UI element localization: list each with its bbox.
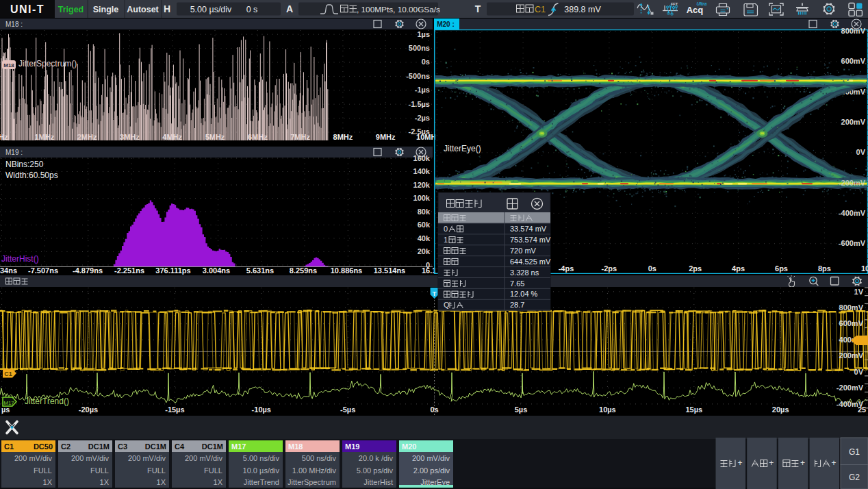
svg-text:15µs: 15µs <box>685 405 702 414</box>
svg-text:0 s: 0 s <box>246 5 258 14</box>
svg-text:800mV: 800mV <box>841 27 866 35</box>
svg-text:JitterHist(): JitterHist() <box>1 254 39 264</box>
svg-text:1X: 1X <box>214 478 223 486</box>
svg-text:13.514ns: 13.514ns <box>374 266 405 275</box>
svg-text:1V: 1V <box>854 288 864 296</box>
svg-text:JitterTrend: JitterTrend <box>244 478 279 486</box>
svg-text:JitterSpectrum(): JitterSpectrum() <box>18 59 77 68</box>
svg-text:DC50: DC50 <box>34 442 53 451</box>
svg-text:-15µs: -15µs <box>165 405 184 414</box>
svg-text:T: T <box>433 290 437 297</box>
svg-text:20.0 k /div: 20.0 k /div <box>359 454 394 462</box>
svg-text:376.111ps: 376.111ps <box>155 266 190 275</box>
svg-text:M20: M20 <box>402 442 416 451</box>
svg-text:-200mV: -200mV <box>839 179 866 187</box>
svg-text:FULL: FULL <box>90 466 109 475</box>
svg-text:M20 :: M20 : <box>437 21 455 28</box>
svg-text:10ps: 10ps <box>861 264 868 273</box>
svg-text:200 mV/div: 200 mV/div <box>71 454 110 462</box>
svg-text:100k: 100k <box>413 194 431 202</box>
svg-text:3.004ns: 3.004ns <box>203 266 230 275</box>
svg-text:0V: 0V <box>856 148 866 156</box>
svg-text:µs: µs <box>1 405 10 414</box>
svg-text:0s: 0s <box>430 405 438 414</box>
svg-text:0s: 0s <box>648 264 656 273</box>
svg-text:M18: M18 <box>3 62 14 68</box>
svg-text:C4: C4 <box>175 442 185 451</box>
svg-text:Acq: Acq <box>687 5 704 15</box>
svg-text:-10µs: -10µs <box>252 405 271 414</box>
svg-text:28.7: 28.7 <box>510 301 524 309</box>
svg-text:7.65: 7.65 <box>510 279 524 288</box>
svg-text:-4ps: -4ps <box>559 264 574 273</box>
svg-text:5.00 ns/div: 5.00 ns/div <box>243 454 280 462</box>
svg-text:FULL: FULL <box>34 466 52 475</box>
svg-text:NBins:250: NBins:250 <box>5 160 44 169</box>
svg-text:-20µs: -20µs <box>79 405 98 414</box>
svg-text:0V: 0V <box>854 368 864 376</box>
svg-text:600mV: 600mV <box>841 57 866 65</box>
svg-text:10.886ns: 10.886ns <box>331 266 362 275</box>
svg-text:10µs: 10µs <box>599 405 616 414</box>
svg-text:C1: C1 <box>4 442 14 451</box>
svg-text:JitterTrend(): JitterTrend() <box>25 397 69 406</box>
svg-text:1.00 MHz/div: 1.00 MHz/div <box>292 466 337 475</box>
svg-text:-1.5µs: -1.5µs <box>409 100 430 108</box>
svg-text:500 ns/div: 500 ns/div <box>302 454 337 462</box>
svg-text:80k: 80k <box>418 208 431 216</box>
svg-text:60k: 60k <box>418 221 431 229</box>
svg-text:DC1M: DC1M <box>145 442 166 451</box>
svg-text:M18: M18 <box>288 442 303 451</box>
svg-text:200 mV/div: 200 mV/div <box>14 454 53 462</box>
svg-text:389.8 mV: 389.8 mV <box>564 5 601 14</box>
svg-text:5.00 ps/div: 5.00 ps/div <box>357 466 394 475</box>
svg-text:-7.507ns: -7.507ns <box>28 266 58 275</box>
svg-text:M19 :: M19 : <box>5 149 23 156</box>
svg-text:G1: G1 <box>849 447 860 457</box>
svg-text:10.0 µs/div: 10.0 µs/div <box>243 466 280 475</box>
svg-text:M17: M17 <box>231 442 246 451</box>
svg-text:8ps: 8ps <box>818 264 831 273</box>
svg-text:5.00 µs/div: 5.00 µs/div <box>190 5 232 14</box>
svg-text:753.574 mV: 753.574 mV <box>510 236 551 244</box>
svg-text:5µs: 5µs <box>515 405 528 414</box>
svg-text:FULL: FULL <box>204 466 222 475</box>
svg-text:720 mV: 720 mV <box>510 247 537 255</box>
svg-text:-200mV: -200mV <box>837 384 864 392</box>
svg-text:-2ps: -2ps <box>602 264 617 273</box>
svg-text:644.525 mV: 644.525 mV <box>510 258 551 266</box>
svg-text:-400mV: -400mV <box>839 209 866 217</box>
svg-text:2.00 ps/div: 2.00 ps/div <box>413 466 450 475</box>
svg-text:-400mV: -400mV <box>837 400 864 408</box>
svg-text:DC1M: DC1M <box>88 442 110 451</box>
svg-text:200 mV/div: 200 mV/div <box>185 454 223 462</box>
svg-text:+: + <box>769 458 774 468</box>
svg-text:200mV: 200mV <box>841 118 866 126</box>
svg-text:-2.251ns: -2.251ns <box>114 266 144 275</box>
svg-text:M18 :: M18 : <box>5 21 23 28</box>
svg-text:-2.5µs: -2.5µs <box>409 127 430 136</box>
svg-text:0s: 0s <box>422 58 430 66</box>
svg-text:C1: C1 <box>4 371 12 377</box>
svg-text:Triged: Triged <box>58 5 84 14</box>
svg-text:-2µs: -2µs <box>415 114 430 122</box>
svg-text:JitterHist: JitterHist <box>363 478 393 486</box>
svg-text:9MHz: 9MHz <box>376 133 396 141</box>
svg-text:C3: C3 <box>118 442 127 451</box>
svg-text:120k: 120k <box>413 181 431 189</box>
svg-text:40k: 40k <box>418 234 431 242</box>
svg-text:JitterEye(): JitterEye() <box>444 144 481 153</box>
svg-text:JitterSpectrum: JitterSpectrum <box>288 478 336 486</box>
svg-text:33.574 mV: 33.574 mV <box>510 225 547 233</box>
svg-text:4ps: 4ps <box>732 264 745 273</box>
svg-text:T: T <box>475 3 481 14</box>
svg-text:200 mV/div: 200 mV/div <box>128 454 166 462</box>
svg-text:140k: 140k <box>413 167 431 175</box>
svg-text:FULL: FULL <box>147 466 166 475</box>
svg-text:34ns: 34ns <box>0 266 17 275</box>
svg-text:, 100MPts, 10.00GSa/s: , 100MPts, 10.00GSa/s <box>357 5 440 14</box>
svg-text:Q: Q <box>444 301 450 309</box>
svg-text:200 mV/div: 200 mV/div <box>412 454 450 462</box>
svg-text:+: + <box>832 458 837 468</box>
svg-text:1µs: 1µs <box>417 30 430 38</box>
